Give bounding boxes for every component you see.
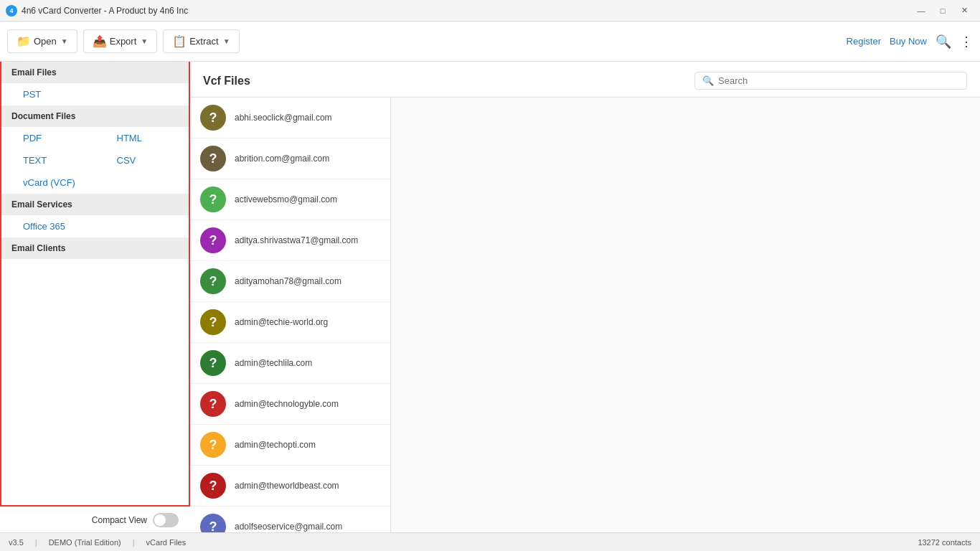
compact-view-label: Compact View <box>92 515 147 525</box>
nav-vcf[interactable]: vCard (VCF) <box>1 171 189 194</box>
contact-email: admin@techie-world.org <box>235 317 328 327</box>
contact-item[interactable]: ?admin@techie-world.org <box>190 302 390 343</box>
avatar: ? <box>200 432 226 458</box>
nav-row-text-csv: TEXT CSV <box>1 149 189 171</box>
contact-email: abhi.seoclick@gmail.com <box>235 113 332 123</box>
contact-item[interactable]: ?adolfseoservice@gmail.com <box>190 507 390 532</box>
contact-item[interactable]: ?admin@technologyble.com <box>190 384 390 425</box>
nav-office365[interactable]: Office 365 <box>1 215 189 237</box>
close-button[interactable]: ✕ <box>954 3 974 19</box>
contact-item[interactable]: ?adityamohan78@gmail.com <box>190 261 390 302</box>
nav-text[interactable]: TEXT <box>1 155 95 166</box>
extract-label: Extract <box>189 36 218 47</box>
export-icon: 📤 <box>93 34 107 48</box>
avatar: ? <box>200 227 226 253</box>
contact-email: abrition.com@gmail.com <box>235 154 329 164</box>
avatar: ? <box>200 105 226 131</box>
contact-email: aditya.shrivastwa71@gmail.com <box>235 235 358 245</box>
contact-item[interactable]: ?admin@techlila.com <box>190 343 390 384</box>
open-icon: 📁 <box>17 34 31 48</box>
avatar: ? <box>200 146 226 171</box>
section-document-files: Document Files <box>1 105 189 127</box>
content-title: Vcf Files <box>203 75 250 88</box>
version-label: v3.5 <box>9 538 24 547</box>
search-box: 🔍 <box>694 72 967 90</box>
contact-item[interactable]: ?admin@theworldbeast.com <box>190 466 390 507</box>
open-button[interactable]: 📁 Open ▼ <box>7 29 77 53</box>
contact-list-wrapper: ?abhi.seoclick@gmail.com?abrition.com@gm… <box>190 98 980 532</box>
search-box-icon: 🔍 <box>702 75 714 86</box>
maximize-button[interactable]: □ <box>933 3 953 19</box>
more-options-icon[interactable]: ⋮ <box>960 34 973 50</box>
title-bar-left: 4 4n6 vCard Converter - A Product by 4n6… <box>6 5 188 17</box>
avatar: ? <box>200 391 226 417</box>
edition-label: DEMO (Trial Edition) <box>49 538 121 547</box>
contact-email: adolfseoservice@gmail.com <box>235 522 342 532</box>
detail-pane <box>391 98 980 532</box>
main-layout: Email Files PST Document Files PDF HTML … <box>0 62 980 532</box>
contact-item[interactable]: ?activewebsmo@gmail.com <box>190 179 390 220</box>
avatar: ? <box>200 268 226 294</box>
toolbar: 📁 Open ▼ 📤 Export ▼ 📋 Extract ▼ Register… <box>0 22 980 62</box>
status-bar: v3.5 | DEMO (Trial Edition) | vCard File… <box>0 532 980 551</box>
extract-dropdown-arrow: ▼ <box>223 37 230 45</box>
contact-email: admin@techopti.com <box>235 440 316 450</box>
contact-list: ?abhi.seoclick@gmail.com?abrition.com@gm… <box>190 98 391 532</box>
section-email-files: Email Files <box>1 62 189 83</box>
nav-pst[interactable]: PST <box>1 83 189 105</box>
separator1: | <box>35 538 37 547</box>
nav-row-pdf-html: PDF HTML <box>1 127 189 149</box>
nav-html[interactable]: HTML <box>95 133 189 143</box>
section-email-clients: Email Clients <box>1 237 189 259</box>
avatar: ? <box>200 187 226 212</box>
contact-email: admin@techlila.com <box>235 358 312 368</box>
contact-item[interactable]: ?abrition.com@gmail.com <box>190 138 390 179</box>
register-link[interactable]: Register <box>847 36 881 47</box>
title-bar: 4 4n6 vCard Converter - A Product by 4n6… <box>0 0 980 22</box>
search-icon[interactable]: 🔍 <box>936 34 951 50</box>
nav-csv[interactable]: CSV <box>95 155 189 166</box>
toolbar-right: Register Buy Now 🔍 ⋮ <box>847 34 973 50</box>
avatar: ? <box>200 514 226 532</box>
contact-email: adityamohan78@gmail.com <box>235 276 341 286</box>
avatar: ? <box>200 473 226 499</box>
section-email-services: Email Services <box>1 194 189 215</box>
contact-email: admin@technologyble.com <box>235 399 339 409</box>
extract-icon: 📋 <box>172 34 187 48</box>
minimize-button[interactable]: — <box>911 3 931 19</box>
extract-button[interactable]: 📋 Extract ▼ <box>163 29 239 53</box>
content-header: Vcf Files 🔍 <box>190 62 980 98</box>
content-area: Vcf Files 🔍 ?abhi.seoclick@gmail.com?abr… <box>190 62 980 532</box>
title-bar-controls: — □ ✕ <box>911 3 974 19</box>
avatar: ? <box>200 350 226 376</box>
contact-email: admin@theworldbeast.com <box>235 481 339 491</box>
nav-pdf[interactable]: PDF <box>1 133 95 143</box>
file-type-label: vCard Files <box>146 538 187 547</box>
left-panel: Email Files PST Document Files PDF HTML … <box>0 62 190 507</box>
open-dropdown-arrow: ▼ <box>61 37 68 45</box>
compact-view-toggle[interactable] <box>153 513 179 527</box>
contact-item[interactable]: ?aditya.shrivastwa71@gmail.com <box>190 220 390 261</box>
export-label: Export <box>110 36 137 47</box>
export-dropdown-arrow: ▼ <box>141 37 148 45</box>
export-button[interactable]: 📤 Export ▼ <box>83 29 157 53</box>
compact-view-bar: Compact View <box>0 507 190 532</box>
buy-now-link[interactable]: Buy Now <box>890 36 927 47</box>
avatar: ? <box>200 309 226 335</box>
app-icon: 4 <box>6 5 17 17</box>
app-title: 4n6 vCard Converter - A Product by 4n6 I… <box>22 6 188 16</box>
search-input[interactable] <box>718 75 959 86</box>
contact-email: activewebsmo@gmail.com <box>235 194 337 204</box>
separator2: | <box>133 538 135 547</box>
contact-item[interactable]: ?abhi.seoclick@gmail.com <box>190 98 390 138</box>
contacts-count: 13272 contacts <box>918 538 971 547</box>
open-label: Open <box>34 36 57 47</box>
contact-item[interactable]: ?admin@techopti.com <box>190 425 390 466</box>
